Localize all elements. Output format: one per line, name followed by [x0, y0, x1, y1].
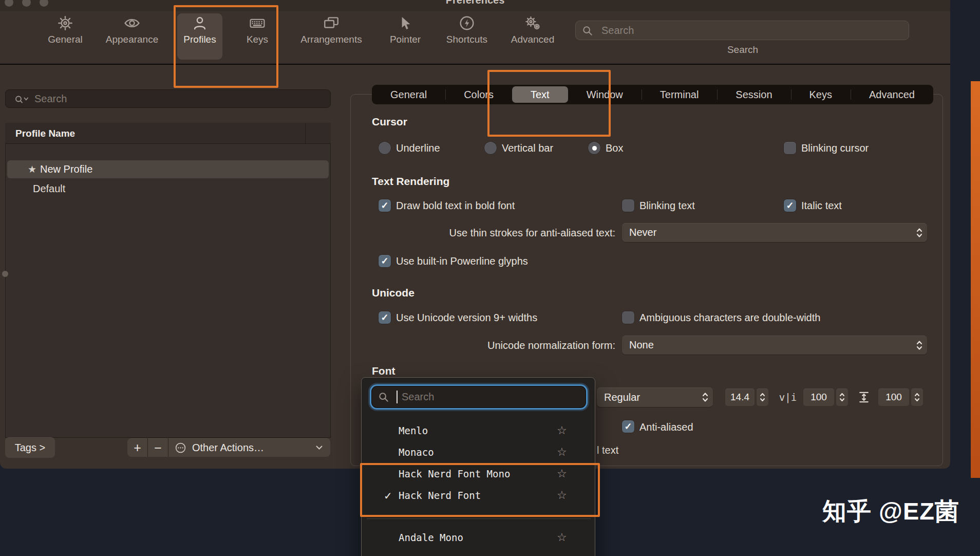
- tab-advanced[interactable]: Advanced: [851, 85, 933, 104]
- other-actions-button[interactable]: Other Actions…: [168, 438, 330, 457]
- font-style-popup[interactable]: Regular: [597, 387, 713, 407]
- profile-row-name: New Profile: [40, 160, 92, 178]
- tab-colors[interactable]: Colors: [445, 85, 512, 104]
- tab-terminal[interactable]: Terminal: [642, 85, 718, 104]
- stepper-arrows-icon: [914, 391, 920, 403]
- window-edge-dot: [2, 271, 8, 277]
- checkbox-unicode9[interactable]: [379, 311, 391, 324]
- v-spacing-stepper[interactable]: [911, 388, 923, 406]
- star-icon[interactable]: ☆: [557, 489, 567, 502]
- tab-window[interactable]: Window: [568, 85, 642, 104]
- font-row-andale-mono[interactable]: Andale Mono ☆: [362, 530, 596, 546]
- desktop-wallpaper-strip: [971, 81, 980, 478]
- radio-vertical-bar[interactable]: [484, 142, 497, 154]
- toolbar-item-appearance[interactable]: Appearance: [96, 14, 168, 45]
- updown-chevron-icon: [701, 391, 709, 404]
- toolbar-item-arrangements[interactable]: Arrangements: [295, 14, 367, 45]
- horizontal-spacing-icon: v|i: [776, 392, 800, 403]
- list-divider: [367, 518, 591, 519]
- toolbar-item-general[interactable]: General: [29, 14, 101, 45]
- tab-session[interactable]: Session: [717, 85, 790, 104]
- toolbar-item-label: General: [29, 34, 101, 45]
- checkmark-icon: ✓: [384, 490, 392, 502]
- toolbar-item-pointer[interactable]: Pointer: [369, 14, 441, 45]
- unicode-heading: Unicode: [372, 287, 414, 299]
- minus-icon: −: [154, 440, 162, 455]
- tab-general[interactable]: General: [372, 85, 445, 104]
- checkbox-powerline[interactable]: [379, 255, 391, 267]
- tab-text[interactable]: Text: [512, 86, 568, 103]
- checkbox-ambiguous-width-label: Ambiguous characters are double-width: [639, 311, 820, 324]
- toolbar-item-advanced[interactable]: Advanced: [497, 14, 569, 45]
- toolbar-search-caption: Search: [717, 44, 768, 55]
- radio-underline[interactable]: [379, 142, 391, 154]
- toolbar-item-label: Appearance: [96, 34, 168, 45]
- window-title: Preferences: [0, 0, 950, 6]
- checkbox-blinking-text[interactable]: [622, 199, 634, 212]
- checkbox-italic-text[interactable]: [784, 199, 796, 212]
- toolbar-divider: [0, 64, 950, 65]
- chevron-down-icon: [315, 445, 323, 450]
- star-icon[interactable]: ☆: [557, 467, 567, 480]
- tags-button-label: Tags >: [15, 442, 45, 454]
- h-spacing-value[interactable]: 100: [803, 388, 834, 406]
- font-row-menlo[interactable]: Menlo ☆: [362, 423, 596, 439]
- tags-button[interactable]: Tags >: [5, 437, 55, 458]
- checkbox-blinking-cursor[interactable]: [784, 142, 796, 154]
- font-size-value[interactable]: 14.4: [725, 388, 755, 406]
- normalization-popup[interactable]: None: [622, 336, 927, 355]
- toolbar-item-label: Pointer: [369, 34, 441, 45]
- sidebar-search-field[interactable]: [5, 89, 331, 108]
- h-spacing-stepper[interactable]: [836, 388, 848, 406]
- checkbox-antialiased-label: Anti-aliased: [639, 421, 693, 433]
- checkbox-italic-text-label: Italic text: [801, 199, 842, 212]
- font-style-value: Regular: [604, 392, 640, 403]
- v-spacing-value[interactable]: 100: [878, 388, 909, 406]
- checkbox-powerline-label: Use built-in Powerline glyphs: [396, 255, 528, 267]
- remove-profile-button[interactable]: −: [148, 438, 168, 457]
- toolbar-search-input[interactable]: [576, 21, 909, 40]
- add-profile-button[interactable]: +: [127, 438, 147, 457]
- other-actions-label: Other Actions…: [192, 442, 264, 454]
- checkbox-draw-bold[interactable]: [379, 199, 391, 212]
- tab-keys[interactable]: Keys: [791, 85, 851, 104]
- normalization-value: None: [629, 339, 654, 351]
- occluded-text-fragment: l text: [597, 444, 618, 456]
- stepper-arrows-icon: [839, 391, 845, 403]
- thin-strokes-popup[interactable]: Never: [622, 223, 927, 242]
- text-rendering-heading: Text Rendering: [372, 175, 449, 188]
- toolbar-item-keys[interactable]: Keys: [221, 14, 293, 45]
- column-divider: [305, 123, 306, 144]
- stepper-arrows-icon: [759, 391, 766, 403]
- checkbox-ambiguous-width[interactable]: [622, 311, 634, 324]
- toolbar-item-label: Shortcuts: [431, 34, 503, 45]
- font-picker-search-input[interactable]: [372, 386, 586, 407]
- font-size-stepper[interactable]: [757, 388, 768, 406]
- star-icon[interactable]: ☆: [557, 446, 567, 459]
- star-icon[interactable]: ☆: [557, 531, 567, 544]
- column-header-profile-name: Profile Name: [15, 123, 75, 144]
- sidebar-search-input[interactable]: [6, 90, 330, 107]
- checkbox-unicode9-label: Use Unicode version 9+ widths: [396, 311, 537, 324]
- profile-row-default[interactable]: Default: [33, 181, 65, 196]
- toolbar-item-shortcuts[interactable]: Shortcuts: [431, 14, 503, 45]
- font-row-monaco[interactable]: Monaco ☆: [362, 445, 596, 460]
- radio-underline-label: Underline: [396, 142, 440, 154]
- star-icon[interactable]: ☆: [557, 424, 567, 437]
- font-row-hack-nerd-font-mono[interactable]: Hack Nerd Font Mono ☆: [362, 467, 596, 482]
- updown-chevron-icon: [915, 339, 924, 352]
- plus-icon: +: [134, 440, 141, 455]
- windows-icon: [323, 14, 340, 32]
- toolbar-item-label: Arrangements: [295, 34, 367, 45]
- cursor-icon: [397, 14, 414, 32]
- radio-box[interactable]: [588, 142, 600, 154]
- screen: Preferences General Appearance Profile: [0, 0, 980, 556]
- profile-tab-bar: General Colors Text Window Terminal Sess…: [372, 85, 933, 104]
- cursor-heading: Cursor: [372, 116, 407, 128]
- toolbar-search-field[interactable]: [575, 21, 909, 40]
- thin-strokes-value: Never: [629, 227, 656, 238]
- checkbox-antialiased[interactable]: [622, 420, 634, 433]
- profile-actions-bar: + − Other Actions…: [127, 438, 330, 457]
- font-picker-search-field[interactable]: [372, 386, 586, 407]
- font-row-hack-nerd-font[interactable]: ✓ Hack Nerd Font ☆: [362, 488, 596, 504]
